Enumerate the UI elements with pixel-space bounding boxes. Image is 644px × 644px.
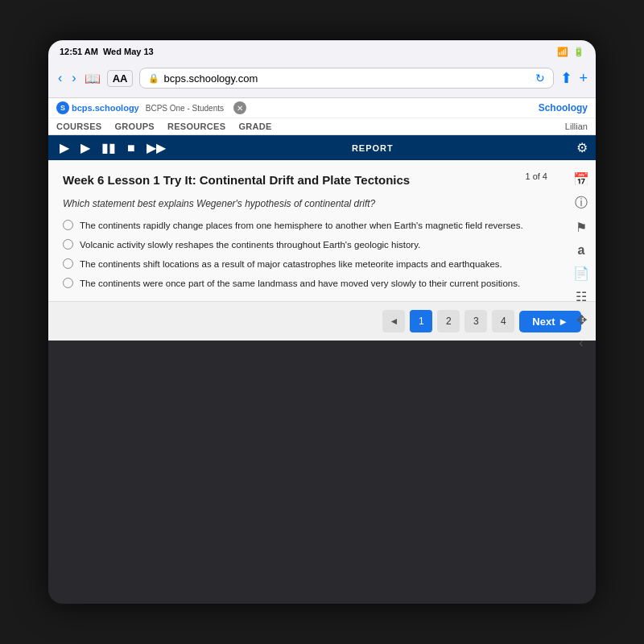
forward-media-button[interactable]: ▶▶	[143, 138, 169, 157]
lock-icon: 🔒	[148, 73, 159, 84]
schoology-nav: S bcps.schoology BCPS One - Students ✕ S…	[48, 98, 596, 135]
collapse-icon[interactable]: ‹	[579, 336, 583, 350]
status-bar: 12:51 AM Wed May 13 📶 🔋	[48, 40, 596, 63]
note-icon[interactable]: 📄	[573, 266, 589, 281]
option-1[interactable]: The continents rapidly change places fro…	[63, 219, 581, 232]
close-tab-button[interactable]: ✕	[233, 101, 246, 114]
expand-icon[interactable]: ✥	[576, 312, 587, 328]
option-2-text: Volcanic activity slowly reshapes the co…	[80, 238, 420, 251]
bookmarks-icon[interactable]: 📖	[85, 71, 101, 86]
option-4[interactable]: The continents were once part of the sam…	[63, 277, 581, 290]
play-button[interactable]: ▶	[56, 138, 72, 157]
nav-resources[interactable]: RESOURCES	[167, 122, 225, 131]
back-button[interactable]: ‹	[56, 71, 64, 85]
option-3-text: The continents shift locations as a resu…	[80, 258, 502, 270]
page-4-button[interactable]: 4	[492, 310, 514, 332]
radio-4[interactable]	[63, 278, 73, 288]
address-bar[interactable]: 🔒 bcps.schoology.com ↻	[139, 68, 554, 89]
url-text: bcps.schoology.com	[163, 72, 258, 85]
browser-chrome: ‹ › 📖 AA 🔒 bcps.schoology.com ↻ ⬆ +	[48, 63, 596, 98]
prev-page-button[interactable]: ◄	[382, 310, 405, 332]
main-area: 1 of 4 Week 6 Lesson 1 Try It: Continent…	[48, 160, 596, 341]
nav-courses[interactable]: COURSES	[56, 122, 102, 131]
wifi-icon: 📶	[557, 47, 568, 57]
nav-grade[interactable]: GRADE	[238, 122, 271, 131]
page-counter: 1 of 4	[525, 171, 547, 181]
info-icon[interactable]: ⓘ	[575, 195, 588, 212]
status-left: 12:51 AM Wed May 13	[60, 47, 154, 56]
lesson-title: Week 6 Lesson 1 Try It: Continental Drif…	[63, 171, 581, 188]
page-1-button[interactable]: 1	[410, 310, 432, 332]
reload-icon[interactable]: ↻	[535, 72, 545, 85]
page-2-button[interactable]: 2	[437, 310, 460, 332]
radio-3[interactable]	[63, 258, 73, 269]
right-sidebar: 📅 ⓘ ⚑ a 📄 ☷ ✥ ‹	[573, 171, 589, 350]
next-button[interactable]: Next ►	[519, 311, 581, 332]
page-3-button[interactable]: 3	[464, 310, 487, 332]
schoology-label: Schoology	[539, 102, 588, 114]
flag-icon[interactable]: ⚑	[576, 220, 587, 235]
browser-nav: ‹ › 📖 AA 🔒 bcps.schoology.com ↻ ⬆ +	[56, 68, 588, 89]
ipad-frame: 12:51 AM Wed May 13 📶 🔋 ‹ › 📖 AA 🔒 bcps.…	[48, 40, 596, 604]
nav-menu: COURSES GROUPS RESOURCES GRADE Lillian	[48, 118, 596, 134]
radio-1[interactable]	[63, 220, 73, 230]
options-list: The continents rapidly change places fro…	[63, 219, 581, 290]
option-3[interactable]: The continents shift locations as a resu…	[63, 258, 581, 270]
text-a-icon[interactable]: a	[578, 243, 585, 258]
forward-button[interactable]: ›	[70, 71, 77, 85]
site-name: bcps.schoology	[72, 103, 139, 113]
logo-icon: S	[56, 101, 69, 114]
radio-2[interactable]	[63, 239, 73, 250]
play-button-2[interactable]: ▶	[77, 138, 93, 157]
option-4-text: The continents were once part of the sam…	[80, 277, 520, 290]
calendar-icon[interactable]: 📅	[573, 171, 589, 187]
option-2[interactable]: Volcanic activity slowly reshapes the co…	[63, 238, 581, 251]
grid-icon[interactable]: ☷	[576, 289, 587, 304]
time-display: 12:51 AM	[60, 47, 98, 56]
pause-button[interactable]: ▮▮	[98, 138, 119, 157]
stop-button[interactable]: ■	[124, 139, 138, 157]
tab-text: BCPS One - Students	[146, 104, 224, 113]
date-display: Wed May 13	[103, 47, 154, 56]
question-text: Which statement best explains Wegener's …	[63, 198, 581, 209]
add-tab-icon[interactable]: +	[579, 70, 588, 87]
nav-top: S bcps.schoology BCPS One - Students ✕ S…	[48, 98, 596, 118]
battery-display: 🔋	[573, 47, 584, 57]
user-name: Lillian	[565, 122, 588, 131]
media-bar: ▶ ▶ ▮▮ ■ ▶▶ REPORT ⚙	[48, 135, 596, 160]
report-label: REPORT	[352, 143, 394, 153]
option-1-text: The continents rapidly change places fro…	[80, 219, 523, 232]
nav-groups[interactable]: GROUPS	[115, 122, 155, 131]
share-icon[interactable]: ⬆	[560, 69, 572, 87]
main-content: 1 of 4 Week 6 Lesson 1 Try It: Continent…	[48, 160, 596, 301]
status-right: 📶 🔋	[557, 47, 584, 57]
aa-button[interactable]: AA	[107, 70, 134, 87]
pagination-bar: ◄ 1 2 3 4 Next ►	[48, 301, 596, 341]
bcps-logo[interactable]: S bcps.schoology	[56, 101, 139, 114]
settings-icon[interactable]: ⚙	[576, 140, 588, 155]
